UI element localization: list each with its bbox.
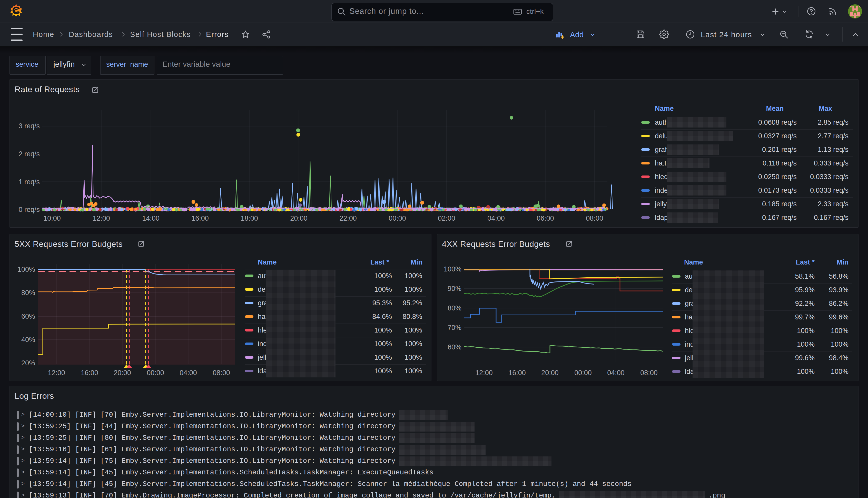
svg-text:08:00: 08:00 (586, 214, 603, 222)
svg-text:20:00: 20:00 (290, 214, 308, 222)
svg-text:02:00: 02:00 (438, 214, 455, 222)
svg-text:06:00: 06:00 (537, 214, 554, 222)
svg-text:00:00: 00:00 (389, 214, 406, 222)
svg-text:40%: 40% (21, 336, 35, 343)
svg-text:20:00: 20:00 (541, 369, 559, 377)
svg-text:08:00: 08:00 (213, 369, 230, 377)
svg-text:04:00: 04:00 (488, 214, 505, 222)
svg-text:0 req/s: 0 req/s (18, 206, 40, 213)
svg-text:20%: 20% (21, 359, 35, 367)
svg-text:16:00: 16:00 (508, 369, 526, 377)
svg-text:00:00: 00:00 (574, 369, 592, 377)
svg-text:18:00: 18:00 (241, 214, 258, 222)
svg-text:60%: 60% (448, 343, 462, 351)
svg-text:12:00: 12:00 (93, 214, 110, 222)
svg-text:00:00: 00:00 (147, 369, 164, 377)
svg-text:08:00: 08:00 (640, 369, 658, 377)
svg-text:70%: 70% (448, 324, 462, 331)
svg-text:12:00: 12:00 (48, 369, 65, 377)
svg-text:3 req/s: 3 req/s (18, 122, 40, 130)
svg-text:80%: 80% (21, 289, 35, 297)
svg-text:04:00: 04:00 (607, 369, 625, 377)
svg-text:22:00: 22:00 (339, 214, 357, 222)
svg-text:100%: 100% (17, 265, 35, 273)
svg-text:20:00: 20:00 (113, 369, 131, 377)
svg-text:1 req/s: 1 req/s (18, 178, 40, 186)
svg-text:16:00: 16:00 (81, 369, 98, 377)
svg-text:16:00: 16:00 (191, 214, 209, 222)
svg-text:80%: 80% (448, 304, 462, 312)
svg-text:2 req/s: 2 req/s (18, 150, 40, 158)
svg-text:90%: 90% (448, 285, 462, 292)
svg-text:14:00: 14:00 (142, 214, 160, 222)
svg-text:100%: 100% (444, 265, 462, 273)
svg-text:04:00: 04:00 (179, 369, 197, 377)
svg-text:12:00: 12:00 (475, 369, 493, 377)
svg-text:60%: 60% (21, 313, 35, 320)
svg-text:10:00: 10:00 (43, 214, 61, 222)
